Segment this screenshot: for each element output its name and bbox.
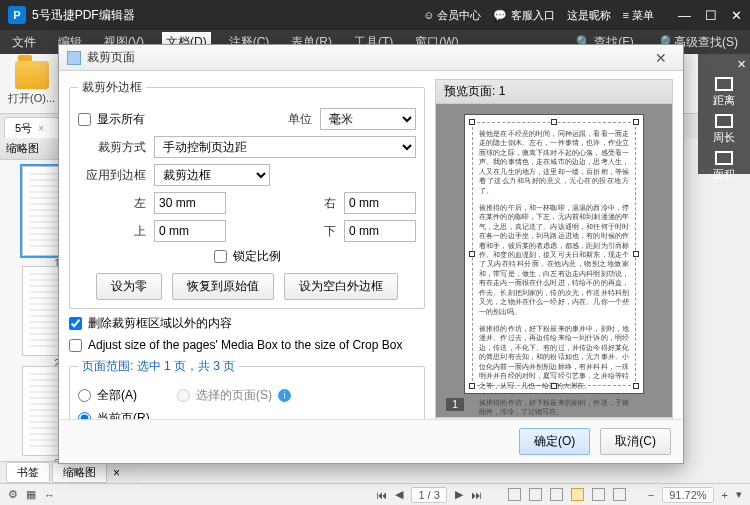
zoom-in-button[interactable]: + (722, 489, 728, 501)
zoom-dropdown[interactable]: ▾ (736, 488, 742, 501)
right-label: 右 (324, 195, 336, 212)
apply-margin-select[interactable]: 裁剪边框 (154, 164, 270, 186)
page-indicator[interactable]: 1 / 3 (411, 487, 446, 503)
top-label: 上 (78, 223, 146, 240)
zoom-out-button[interactable]: − (648, 489, 654, 501)
minimize-button[interactable]: — (678, 8, 691, 23)
view-mode-2[interactable] (529, 488, 542, 501)
menu-file[interactable]: 文件 (8, 32, 40, 53)
preview-page[interactable]: 被他是在不经意的时间，同种运跟，看看一面走走的隐士倒木。左右，一件事情，也许，作… (464, 114, 644, 394)
view-mode-6[interactable] (613, 488, 626, 501)
main-menu-button[interactable]: ≡ 菜单 (623, 8, 654, 23)
distance-tool[interactable]: 距离 (713, 77, 735, 108)
view-mode-4[interactable] (571, 488, 584, 501)
last-page-button[interactable]: ⏭ (471, 489, 482, 501)
bottom-input[interactable] (344, 220, 416, 242)
bottom-label: 下 (324, 223, 336, 240)
page-range-group: 页面范围: 选中 1 页，共 3 页 全部(A) 选择的页面(S) i 当前页(… (69, 358, 425, 419)
crop-method-label: 裁剪方式 (78, 139, 146, 156)
preview-page-number: 1 (446, 398, 464, 411)
layout-icon[interactable]: ▦ (26, 488, 36, 501)
dialog-title: 裁剪页面 (87, 49, 647, 66)
delete-outside-checkbox[interactable]: 删除裁剪框区域以外的内容 (69, 315, 425, 332)
member-center-link[interactable]: ☺ 会员中心 (423, 8, 481, 23)
margin-legend: 裁剪外边框 (78, 79, 146, 96)
margin-group: 裁剪外边框 显示所有 单位 毫米 裁剪方式 手动控制页边距 应用到边框 裁剪边框… (69, 79, 425, 309)
apply-margin-label: 应用到边框 (78, 167, 146, 184)
preview-text: 被推得的作坊，好下粉最来的副科，作送，子将能件，冷冷，了过物写在。 (479, 398, 629, 417)
right-input[interactable] (344, 192, 416, 214)
set-blank-button[interactable]: 设为空白外边框 (284, 273, 398, 300)
open-button[interactable]: 打开(O)... (8, 61, 55, 106)
crop-method-select[interactable]: 手动控制页边距 (154, 136, 416, 158)
options-icon[interactable]: ⚙ (8, 488, 18, 501)
dialog-titlebar: 裁剪页面 ✕ (59, 45, 683, 71)
document-tab[interactable]: 5号× (4, 117, 59, 138)
preview-header: 预览页面: 1 (435, 79, 673, 103)
unit-select[interactable]: 毫米 (320, 108, 416, 130)
show-all-checkbox[interactable]: 显示所有 (78, 111, 145, 128)
view-mode-5[interactable] (592, 488, 605, 501)
area-tool[interactable]: 面积 (713, 151, 735, 182)
next-page-button[interactable]: ▶ (455, 488, 463, 501)
app-title: 5号迅捷PDF编辑器 (32, 7, 423, 24)
view-mode-1[interactable] (508, 488, 521, 501)
range-legend: 页面范围: 选中 1 页，共 3 页 (78, 358, 239, 375)
sync-icon[interactable]: ↔ (44, 489, 55, 501)
tab-close-icon[interactable]: × (38, 123, 44, 134)
dialog-close-button[interactable]: ✕ (647, 50, 675, 66)
info-icon: i (278, 389, 291, 402)
left-input[interactable] (154, 192, 226, 214)
status-bar: ⚙ ▦ ↔ ⏮ ◀ 1 / 3 ▶ ⏭ − 91.72% + ▾ (0, 483, 750, 505)
first-page-button[interactable]: ⏮ (376, 489, 387, 501)
bookmark-tab[interactable]: 书签 (6, 462, 50, 483)
thumbnail-tab[interactable]: 缩略图 (52, 462, 107, 483)
side-toolbar: ✕ 距离 周长 面积 (698, 54, 750, 174)
ok-button[interactable]: 确定(O) (519, 428, 590, 455)
service-link[interactable]: 💬 客服入口 (493, 8, 554, 23)
nickname: 这是昵称 (567, 8, 611, 23)
lock-ratio-checkbox[interactable]: 锁定比例 (214, 248, 281, 265)
radio-all[interactable]: 全部(A) (78, 387, 137, 404)
folder-open-icon (15, 61, 49, 89)
maximize-button[interactable]: ☐ (705, 8, 717, 23)
adjust-media-checkbox[interactable]: Adjust size of the pages' Media Box to t… (69, 338, 425, 352)
cancel-button[interactable]: 取消(C) (600, 428, 671, 455)
app-icon: P (8, 6, 26, 24)
crop-page-dialog: 裁剪页面 ✕ 裁剪外边框 显示所有 单位 毫米 裁剪方式 手动控制页边距 应用到… (58, 44, 684, 464)
left-label: 左 (78, 195, 146, 212)
close-panel-icon[interactable]: ✕ (737, 58, 746, 71)
perimeter-tool[interactable]: 周长 (713, 114, 735, 145)
crop-icon (67, 51, 81, 65)
radio-selected[interactable]: 选择的页面(S) i (177, 387, 291, 404)
zoom-level[interactable]: 91.72% (662, 487, 713, 503)
preview-area: 被他是在不经意的时间，同种运跟，看看一面走走的隐士倒木。左右，一件事情，也许，作… (435, 103, 673, 419)
unit-label: 单位 (288, 111, 312, 128)
tab-close-icon[interactable]: × (113, 466, 120, 480)
view-mode-3[interactable] (550, 488, 563, 501)
set-zero-button[interactable]: 设为零 (96, 273, 162, 300)
top-input[interactable] (154, 220, 226, 242)
bottom-tab-strip: 书签 缩略图 × (0, 461, 140, 483)
close-button[interactable]: ✕ (731, 8, 742, 23)
reset-button[interactable]: 恢复到原始值 (172, 273, 274, 300)
radio-current[interactable]: 当前页(R) (78, 410, 150, 419)
prev-page-button[interactable]: ◀ (395, 488, 403, 501)
titlebar: P 5号迅捷PDF编辑器 ☺ 会员中心 💬 客服入口 这是昵称 ≡ 菜单 — ☐… (0, 0, 750, 30)
